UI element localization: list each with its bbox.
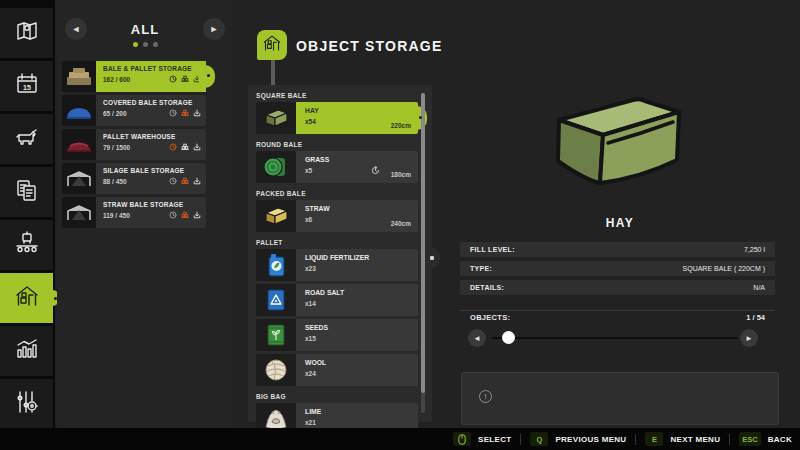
object-count: x23 (305, 265, 411, 272)
pallet-icon (181, 205, 189, 223)
facility-pager-dots (57, 42, 233, 47)
hay-square-bale-icon (256, 102, 296, 134)
footer-separator (635, 434, 636, 445)
hay-square-bale-illustration (545, 88, 695, 202)
detail-value: 7,250 l (744, 246, 765, 253)
calendar-icon: 15 (14, 71, 40, 101)
group-label: BIG BAG (256, 393, 286, 400)
statistics-icon (14, 336, 40, 366)
detail-value: SQUARE BALE ( 220CM ) (683, 265, 765, 272)
objects-counter-row: OBJECTS: 1 / 54 (460, 310, 775, 324)
storage-shed-icon (14, 283, 40, 313)
facility-item-pallet-warehouse[interactable]: PALLET WAREHOUSE 79 / 1500 (62, 129, 265, 160)
object-next-button[interactable]: ► (740, 329, 758, 347)
object-name: HAY (305, 107, 411, 114)
tab-animals[interactable] (0, 114, 53, 164)
settings-icon (14, 389, 40, 419)
object-item-liquid-fertilizer[interactable]: LIQUID FERTILIZER x23 (256, 249, 418, 281)
tab-contracts[interactable] (0, 167, 53, 217)
tab-production[interactable] (0, 220, 53, 270)
key-esc: ESC (739, 432, 760, 446)
key-e: E (645, 432, 663, 446)
selected-object-title: HAY (455, 216, 785, 230)
facility-item-bale-pallet-storage[interactable]: BALE & PALLET STORAGE 162 / 600 (62, 61, 265, 92)
unload-icon (193, 205, 201, 223)
storage-shed-icon (262, 33, 282, 57)
object-item-grass[interactable]: GRASS x5 180cm (256, 151, 418, 183)
object-item-road-salt[interactable]: ROAD SALT x14 (256, 284, 418, 316)
info-message-box: ! (461, 372, 779, 425)
clock-icon (169, 205, 177, 223)
object-name: STRAW (305, 205, 411, 212)
liquid-fertilizer-canister-icon (256, 249, 296, 281)
object-slider-track[interactable] (492, 337, 738, 339)
clock-icon (169, 69, 177, 87)
clock-icon (169, 171, 177, 189)
objects-label: OBJECTS: (470, 313, 510, 322)
object-size: 220cm (391, 122, 411, 129)
object-item-straw[interactable]: STRAW x6 240cm (256, 200, 418, 232)
pallet-icon (181, 103, 189, 121)
footer-separator (520, 434, 521, 445)
object-name: ROAD SALT (305, 289, 411, 296)
pager-dot (133, 42, 138, 47)
unload-icon (193, 103, 201, 121)
detail-row-fill-level: FILL LEVEL: 7,250 l (460, 242, 775, 257)
tab-calendar[interactable]: 15 (0, 61, 53, 111)
object-count: x21 (305, 419, 411, 426)
footer-action-label: NEXT MENU (670, 435, 720, 444)
object-count: x15 (305, 335, 411, 342)
facility-item-covered-bale-storage[interactable]: COVERED BALE STORAGE 65 / 200 (62, 95, 265, 126)
detail-value: N/A (753, 284, 765, 291)
fermenting-timer-icon (371, 161, 380, 179)
object-item-seeds[interactable]: SEEDS x15 (256, 319, 418, 351)
object-item-wool[interactable]: WOOL x24 (256, 354, 418, 386)
tab-settings[interactable] (0, 379, 53, 429)
object-item-hay[interactable]: HAY x54 220cm (256, 102, 418, 134)
objects-value: 1 / 54 (746, 313, 765, 322)
contracts-icon (14, 177, 40, 207)
object-count: x14 (305, 300, 411, 307)
pallet-icon (181, 137, 189, 155)
detail-row-details: DETAILS: N/A (460, 280, 775, 295)
clock-icon (169, 103, 177, 121)
group-label: PALLET (256, 239, 283, 246)
facility-item-straw-bale-storage[interactable]: STRAW BALE STORAGE 119 / 450 (62, 197, 265, 228)
scrollbar-thumb[interactable] (421, 93, 425, 393)
object-slider-knob[interactable] (502, 331, 515, 344)
main-menu-sidebar: 15 (0, 0, 55, 428)
group-label: PACKED BALE (256, 190, 306, 197)
object-storage-screen: 15 ◄ ► ALL (0, 0, 800, 450)
unload-icon (193, 171, 201, 189)
facility-thumbnail (62, 95, 96, 126)
pager-dot (143, 42, 148, 47)
chevron-right-icon: ► (745, 334, 753, 343)
object-storage-header-icon (257, 30, 287, 60)
object-list-scrollbar[interactable] (421, 93, 425, 413)
tab-storage[interactable] (0, 273, 53, 323)
grass-round-bale-icon (256, 151, 296, 183)
footer-separator (729, 434, 730, 445)
detail-row-type: TYPE: SQUARE BALE ( 220CM ) (460, 261, 775, 276)
tab-statistics[interactable] (0, 326, 53, 376)
facility-thumbnail (62, 61, 96, 92)
unload-icon (193, 137, 201, 155)
wool-ball-icon (256, 354, 296, 386)
map-icon (14, 18, 40, 48)
panel-expand-handle[interactable] (428, 247, 440, 269)
object-size: 180cm (391, 171, 411, 178)
production-icon (14, 230, 40, 260)
facility-item-silage-bale-storage[interactable]: SILAGE BALE STORAGE 88 / 450 (62, 163, 265, 194)
facility-list-panel: ◄ ► ALL BALE & PALLET STORAGE 162 / 600 (57, 0, 233, 428)
page-title: OBJECT STORAGE (296, 38, 442, 54)
group-label: ROUND BALE (256, 141, 302, 148)
detail-label: TYPE: (470, 265, 492, 272)
chevron-left-icon: ◄ (473, 334, 481, 343)
tab-map[interactable] (0, 8, 53, 58)
footer-hotkey-bar: SELECT Q PREVIOUS MENU E NEXT MENU ESC B… (0, 428, 800, 450)
detail-label: FILL LEVEL: (470, 246, 515, 253)
object-prev-button[interactable]: ◄ (468, 329, 486, 347)
object-name: SEEDS (305, 324, 411, 331)
unload-icon (193, 69, 201, 87)
group-label: SQUARE BALE (256, 92, 307, 99)
